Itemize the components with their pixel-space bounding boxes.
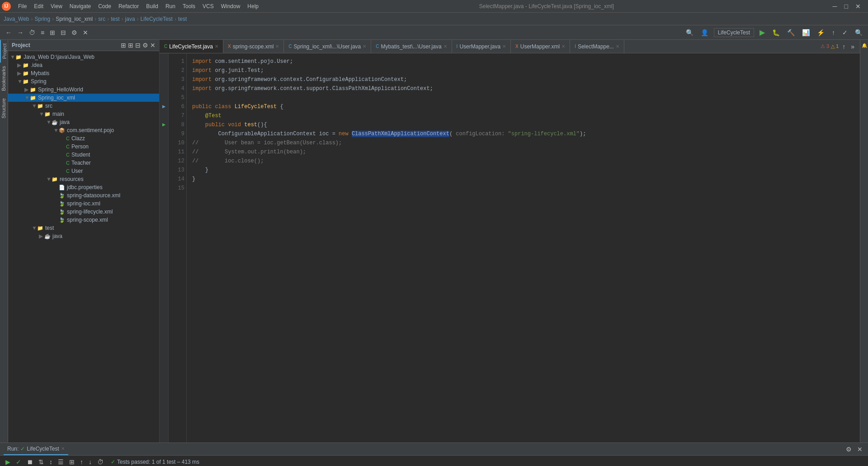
- notifications-button[interactable]: 🔔: [860, 42, 868, 49]
- tree-scope-xml[interactable]: ▶ 🍃 spring-scope.xml: [8, 216, 159, 224]
- breadcrumb-spring[interactable]: Spring: [34, 16, 50, 22]
- tree-clazz[interactable]: ▶ C Clazz: [8, 134, 159, 143]
- debug-button[interactable]: 🐛: [770, 28, 782, 37]
- filter-button[interactable]: ☰: [56, 457, 66, 466]
- sidebar-settings-icon[interactable]: ⚙: [142, 42, 148, 49]
- tree-package[interactable]: ▼ 📦 com.sentiment.pojo: [8, 126, 159, 134]
- menu-vcs[interactable]: VCS: [199, 2, 217, 10]
- menu-run[interactable]: Run: [162, 2, 179, 10]
- toolbar-settings-button[interactable]: ⚙: [70, 28, 79, 37]
- build-button[interactable]: 🔨: [785, 28, 797, 37]
- stop-tests-button[interactable]: ⏹: [25, 457, 35, 466]
- vcs-update-button[interactable]: ↑: [830, 28, 837, 37]
- sidebar-expand-all-icon[interactable]: ⊞: [128, 42, 133, 49]
- tab-selectmapper[interactable]: I SelectMappe... ✕: [570, 40, 624, 53]
- run-button[interactable]: ▶: [758, 27, 767, 38]
- toolbar-structure-button[interactable]: ≡: [39, 28, 46, 37]
- menu-tools[interactable]: Tools: [179, 2, 199, 10]
- tree-spring[interactable]: ▼ 📁 Spring: [8, 77, 159, 86]
- run-config-selector[interactable]: LifeCycleTest: [714, 28, 754, 37]
- breadcrumb-test-method[interactable]: test: [178, 16, 187, 22]
- toolbar-recent-files-button[interactable]: ⏱: [27, 28, 37, 37]
- import-button[interactable]: ↑: [78, 457, 85, 466]
- tree-idea[interactable]: ▶ 📁 .idea: [8, 61, 159, 69]
- export-button[interactable]: ↓: [87, 457, 94, 466]
- close-button[interactable]: ✕: [854, 2, 863, 11]
- group-button[interactable]: ⊞: [67, 457, 76, 466]
- search-everywhere-button[interactable]: 🔍: [853, 28, 864, 37]
- history-button[interactable]: ⏱: [95, 457, 105, 466]
- run-tests-button[interactable]: ✓: [14, 457, 23, 466]
- vcs-commit-button[interactable]: ✓: [840, 28, 849, 37]
- menu-help[interactable]: Help: [244, 2, 262, 10]
- coverage-button[interactable]: 📊: [800, 28, 811, 37]
- tree-spring-helloworld[interactable]: ▶ 📁 Spring_HelloWorld: [8, 86, 159, 94]
- usermapper-java-close[interactable]: ✕: [502, 44, 506, 49]
- minimize-button[interactable]: ─: [831, 2, 839, 11]
- breadcrumb-src[interactable]: src: [98, 16, 105, 22]
- menu-window[interactable]: Window: [217, 2, 244, 10]
- tree-main[interactable]: ▼ 📁 main: [8, 110, 159, 118]
- menu-navigate[interactable]: Navigate: [66, 2, 94, 10]
- tree-test-java[interactable]: ▶ ☕ java: [8, 232, 159, 240]
- toolbar-close-panel-button[interactable]: ✕: [81, 28, 90, 37]
- menu-build[interactable]: Build: [142, 2, 162, 10]
- tree-test[interactable]: ▼ 📁 test: [8, 224, 159, 232]
- tree-ioc-xml[interactable]: ▶ 🍃 spring-ioc.xml: [8, 200, 159, 208]
- structure-tab[interactable]: Structure: [0, 95, 8, 122]
- tree-lifecycle-xml[interactable]: ▶ 🍃 spring-lifecycle.xml: [8, 208, 159, 216]
- toolbar-back-button[interactable]: ←: [4, 28, 14, 37]
- toolbar-forward-button[interactable]: →: [15, 28, 25, 37]
- usermapper-xml-close[interactable]: ✕: [561, 44, 565, 49]
- menu-refactor[interactable]: Refactor: [115, 2, 142, 10]
- toolbar-user-button[interactable]: 👤: [699, 28, 710, 37]
- profile-button[interactable]: ⚡: [815, 28, 826, 37]
- tree-student[interactable]: ▶ C Student: [8, 151, 159, 159]
- tab-usermapper-xml[interactable]: X UserMapper.xml ✕: [511, 40, 570, 53]
- breadcrumb-lifecycle-test[interactable]: LifeCycleTest: [141, 16, 173, 22]
- user-ioc-tab-close[interactable]: ✕: [363, 44, 366, 49]
- breadcrumb-java[interactable]: java: [125, 16, 135, 22]
- tree-person[interactable]: ▶ C Person: [8, 143, 159, 151]
- user-mybatis-tab-close[interactable]: ✕: [443, 44, 447, 49]
- selectmapper-close[interactable]: ✕: [616, 44, 619, 49]
- breadcrumb-spring-ioc-xml[interactable]: Spring_ioc_xml: [56, 16, 93, 22]
- sidebar-close-icon[interactable]: ✕: [150, 42, 156, 49]
- expand-editor-button[interactable]: ↑: [840, 42, 847, 51]
- menu-edit[interactable]: Edit: [30, 2, 47, 10]
- toolbar-expand-button[interactable]: ⊞: [48, 28, 57, 37]
- toolbar-search-button[interactable]: 🔍: [684, 28, 695, 37]
- run-tab-close[interactable]: ✕: [61, 446, 65, 451]
- toolbar-collapse-button[interactable]: ⊟: [59, 28, 68, 37]
- breadcrumb-java-web[interactable]: Java_Web: [4, 16, 29, 22]
- rerun-button[interactable]: ▶: [4, 457, 12, 466]
- sidebar-collapse-all-icon[interactable]: ⊟: [135, 42, 141, 49]
- tree-user[interactable]: ▶ C User: [8, 167, 159, 175]
- sidebar-external-link-icon[interactable]: ⊞: [121, 42, 126, 49]
- toggle-tests-button[interactable]: ⇅: [37, 457, 46, 466]
- bottom-close-button[interactable]: ✕: [855, 445, 864, 454]
- more-tabs-button[interactable]: »: [849, 42, 856, 51]
- tab-lifecycle-test[interactable]: C LifeCycleTest.java ✕: [160, 40, 223, 53]
- run-tab[interactable]: Run: ✓ LifeCycleTest ✕: [4, 443, 68, 455]
- code-content[interactable]: import com.sentiment.pojo.User; import o…: [187, 53, 860, 442]
- lifecycle-test-tab-close[interactable]: ✕: [215, 44, 218, 49]
- tab-usermapper-java[interactable]: I UserMapper.java ✕: [452, 40, 511, 53]
- tree-resources[interactable]: ▼ 📁 resources: [8, 175, 159, 183]
- tree-spring-ioc-xml[interactable]: ▼ 📁 Spring_ioc_xml: [8, 94, 159, 102]
- maximize-button[interactable]: □: [843, 2, 850, 11]
- tab-user-ioc[interactable]: C Spring_ioc_xml\...\User.java ✕: [284, 40, 371, 53]
- project-tab[interactable]: Project: [0, 40, 8, 62]
- code-editor[interactable]: ▶ ▶ 1 2 3 4 5 6 7 8 9 10 11: [160, 53, 860, 442]
- tree-java[interactable]: ▼ ☕ java: [8, 118, 159, 126]
- spring-scope-tab-close[interactable]: ✕: [275, 44, 279, 49]
- menu-code[interactable]: Code: [94, 2, 115, 10]
- sort-button[interactable]: ↕: [47, 457, 54, 466]
- breadcrumb-test[interactable]: test: [111, 16, 119, 22]
- tree-src[interactable]: ▼ 📁 src: [8, 102, 159, 110]
- tree-datasource-xml[interactable]: ▶ 🍃 spring-datasource.xml: [8, 191, 159, 200]
- tab-user-mybatis[interactable]: C Mybatis_test\...\User.java ✕: [371, 40, 452, 53]
- bottom-settings-button[interactable]: ⚙: [844, 445, 854, 454]
- tab-spring-scope[interactable]: X spring-scope.xml ✕: [223, 40, 284, 53]
- bookmarks-tab[interactable]: Bookmarks: [0, 62, 8, 95]
